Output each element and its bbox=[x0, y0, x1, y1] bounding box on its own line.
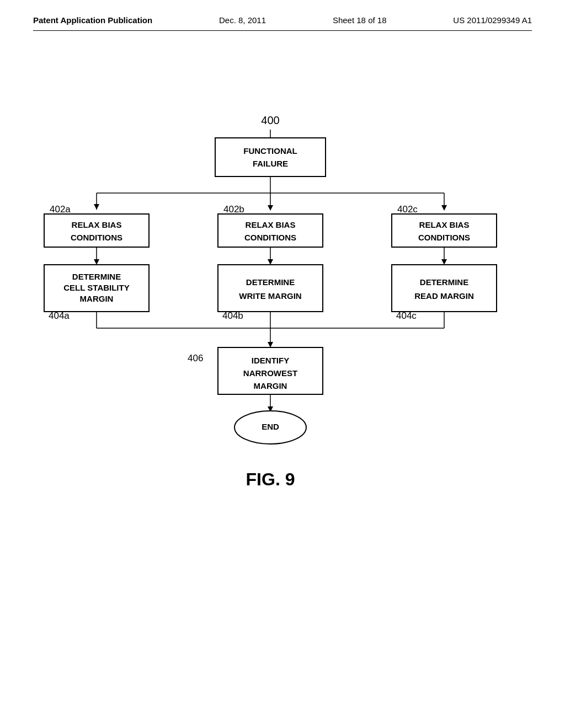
box-402c bbox=[392, 214, 497, 247]
text-402b-2: CONDITIONS bbox=[244, 233, 296, 242]
text-402c-2: CONDITIONS bbox=[418, 233, 470, 242]
box-404b bbox=[218, 265, 323, 312]
ref-406: 406 bbox=[188, 353, 203, 363]
arrow-to-404a bbox=[94, 259, 99, 265]
page-header: Patent Application Publication Dec. 8, 2… bbox=[0, 0, 565, 25]
arrow-to-402b bbox=[268, 205, 273, 211]
box-402b bbox=[218, 214, 323, 247]
text-functional-failure-1: FUNCTIONAL bbox=[243, 146, 297, 156]
text-functional-failure-2: FAILURE bbox=[253, 159, 288, 168]
text-406-2: NARROWEST bbox=[243, 368, 297, 378]
box-402a bbox=[44, 214, 149, 247]
header-divider bbox=[33, 30, 532, 31]
publication-label: Patent Application Publication bbox=[33, 15, 152, 25]
text-402a-2: CONDITIONS bbox=[71, 233, 122, 242]
text-402b-1: RELAX BIAS bbox=[246, 220, 296, 229]
text-404c-2: READ MARGIN bbox=[414, 291, 474, 301]
flowchart-svg: 400 FUNCTIONAL FAILURE 402a RELAX BIAS C… bbox=[0, 66, 565, 673]
text-402a-1: RELAX BIAS bbox=[72, 220, 122, 229]
text-end: END bbox=[262, 422, 279, 431]
arrow-to-402c bbox=[441, 205, 447, 211]
text-404c-1: DETERMINE bbox=[420, 277, 468, 287]
box-functional-failure bbox=[215, 138, 326, 176]
text-404a-2: CELL STABILITY bbox=[63, 283, 129, 292]
text-404b-1: DETERMINE bbox=[246, 277, 295, 287]
text-406-1: IDENTIFY bbox=[252, 356, 289, 365]
ref-402a: 402a bbox=[50, 204, 71, 215]
ref-402b: 402b bbox=[223, 204, 244, 215]
ref-400: 400 bbox=[261, 114, 279, 126]
text-404b-2: WRITE MARGIN bbox=[239, 291, 301, 301]
diagram-container: 400 FUNCTIONAL FAILURE 402a RELAX BIAS C… bbox=[0, 66, 565, 673]
text-406-3: MARGIN bbox=[254, 381, 287, 390]
ref-402c: 402c bbox=[397, 204, 418, 215]
patent-number: US 2011/0299349 A1 bbox=[453, 15, 532, 25]
date-label: Dec. 8, 2011 bbox=[219, 15, 266, 25]
ref-404b: 404b bbox=[222, 311, 243, 321]
ref-404c: 404c bbox=[396, 311, 417, 321]
ref-404a: 404a bbox=[49, 311, 70, 321]
text-404a-3: MARGIN bbox=[80, 294, 114, 303]
text-404a-1: DETERMINE bbox=[72, 272, 121, 281]
box-404c bbox=[392, 265, 497, 312]
arrow-to-402a bbox=[94, 204, 99, 210]
arrow-to-404b bbox=[268, 259, 273, 265]
sheet-label: Sheet 18 of 18 bbox=[333, 15, 387, 25]
text-402c-1: RELAX BIAS bbox=[419, 220, 470, 229]
arrow-to-404c bbox=[441, 259, 447, 265]
figure-label: FIG. 9 bbox=[246, 469, 295, 489]
